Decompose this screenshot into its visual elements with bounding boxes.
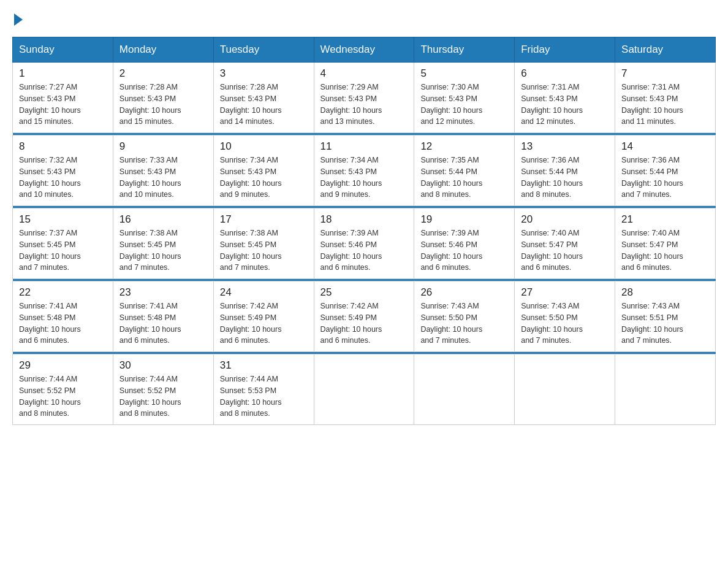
day-number: 20 bbox=[521, 213, 609, 226]
day-number: 16 bbox=[119, 213, 207, 226]
day-info: Sunrise: 7:36 AMSunset: 5:44 PMDaylight:… bbox=[621, 155, 709, 201]
calendar-cell: 4Sunrise: 7:29 AMSunset: 5:43 PMDaylight… bbox=[314, 63, 414, 133]
calendar-cell: 22Sunrise: 7:41 AMSunset: 5:48 PMDayligh… bbox=[13, 282, 113, 352]
weekday-header-wednesday: Wednesday bbox=[314, 37, 414, 63]
calendar-cell: 9Sunrise: 7:33 AMSunset: 5:43 PMDaylight… bbox=[113, 136, 213, 206]
day-info: Sunrise: 7:32 AMSunset: 5:43 PMDaylight:… bbox=[19, 155, 107, 201]
calendar-cell: 5Sunrise: 7:30 AMSunset: 5:43 PMDaylight… bbox=[414, 63, 515, 133]
day-info: Sunrise: 7:38 AMSunset: 5:45 PMDaylight:… bbox=[220, 228, 308, 274]
day-number: 23 bbox=[119, 286, 207, 299]
day-info: Sunrise: 7:38 AMSunset: 5:45 PMDaylight:… bbox=[119, 228, 207, 274]
calendar-cell: 16Sunrise: 7:38 AMSunset: 5:45 PMDayligh… bbox=[113, 209, 213, 279]
calendar-cell bbox=[515, 354, 615, 425]
day-number: 29 bbox=[19, 359, 107, 372]
day-info: Sunrise: 7:40 AMSunset: 5:47 PMDaylight:… bbox=[621, 228, 709, 274]
day-number: 2 bbox=[119, 67, 207, 80]
day-number: 21 bbox=[621, 213, 709, 226]
day-info: Sunrise: 7:33 AMSunset: 5:43 PMDaylight:… bbox=[119, 155, 207, 201]
day-number: 10 bbox=[220, 140, 308, 153]
day-info: Sunrise: 7:44 AMSunset: 5:52 PMDaylight:… bbox=[119, 373, 207, 419]
calendar-cell bbox=[314, 354, 414, 425]
day-info: Sunrise: 7:40 AMSunset: 5:47 PMDaylight:… bbox=[521, 228, 609, 274]
day-info: Sunrise: 7:39 AMSunset: 5:46 PMDaylight:… bbox=[420, 228, 508, 274]
calendar-cell: 31Sunrise: 7:44 AMSunset: 5:53 PMDayligh… bbox=[213, 354, 314, 425]
calendar-cell: 19Sunrise: 7:39 AMSunset: 5:46 PMDayligh… bbox=[414, 209, 515, 279]
day-number: 9 bbox=[119, 140, 207, 153]
day-number: 5 bbox=[420, 67, 508, 80]
day-number: 6 bbox=[521, 67, 609, 80]
calendar-cell: 30Sunrise: 7:44 AMSunset: 5:52 PMDayligh… bbox=[113, 354, 213, 425]
day-info: Sunrise: 7:44 AMSunset: 5:52 PMDaylight:… bbox=[19, 373, 107, 419]
day-info: Sunrise: 7:35 AMSunset: 5:44 PMDaylight:… bbox=[420, 155, 508, 201]
day-number: 14 bbox=[621, 140, 709, 153]
calendar-cell: 29Sunrise: 7:44 AMSunset: 5:52 PMDayligh… bbox=[13, 354, 113, 425]
calendar-cell: 15Sunrise: 7:37 AMSunset: 5:45 PMDayligh… bbox=[13, 209, 113, 279]
logo-arrow-icon bbox=[14, 13, 23, 26]
day-number: 27 bbox=[521, 286, 609, 299]
calendar-cell: 1Sunrise: 7:27 AMSunset: 5:43 PMDaylight… bbox=[13, 63, 113, 133]
calendar-cell: 28Sunrise: 7:43 AMSunset: 5:51 PMDayligh… bbox=[615, 282, 716, 352]
calendar-cell: 24Sunrise: 7:42 AMSunset: 5:49 PMDayligh… bbox=[213, 282, 314, 352]
calendar-cell: 13Sunrise: 7:36 AMSunset: 5:44 PMDayligh… bbox=[515, 136, 615, 206]
calendar-week-row-4: 22Sunrise: 7:41 AMSunset: 5:48 PMDayligh… bbox=[13, 282, 716, 352]
day-number: 11 bbox=[320, 140, 408, 153]
day-info: Sunrise: 7:43 AMSunset: 5:51 PMDaylight:… bbox=[621, 301, 709, 347]
day-number: 7 bbox=[621, 67, 709, 80]
calendar-table: SundayMondayTuesdayWednesdayThursdayFrid… bbox=[12, 37, 716, 425]
day-info: Sunrise: 7:36 AMSunset: 5:44 PMDaylight:… bbox=[521, 155, 609, 201]
day-info: Sunrise: 7:28 AMSunset: 5:43 PMDaylight:… bbox=[119, 82, 207, 128]
calendar-cell: 2Sunrise: 7:28 AMSunset: 5:43 PMDaylight… bbox=[113, 63, 213, 133]
day-number: 24 bbox=[220, 286, 308, 299]
day-info: Sunrise: 7:34 AMSunset: 5:43 PMDaylight:… bbox=[320, 155, 408, 201]
calendar-cell: 18Sunrise: 7:39 AMSunset: 5:46 PMDayligh… bbox=[314, 209, 414, 279]
calendar-cell: 12Sunrise: 7:35 AMSunset: 5:44 PMDayligh… bbox=[414, 136, 515, 206]
day-info: Sunrise: 7:31 AMSunset: 5:43 PMDaylight:… bbox=[621, 82, 709, 128]
calendar-cell: 6Sunrise: 7:31 AMSunset: 5:43 PMDaylight… bbox=[515, 63, 615, 133]
day-info: Sunrise: 7:41 AMSunset: 5:48 PMDaylight:… bbox=[19, 301, 107, 347]
calendar-week-row-1: 1Sunrise: 7:27 AMSunset: 5:43 PMDaylight… bbox=[13, 63, 716, 133]
day-info: Sunrise: 7:42 AMSunset: 5:49 PMDaylight:… bbox=[220, 301, 308, 347]
day-number: 1 bbox=[19, 67, 107, 80]
calendar-cell: 10Sunrise: 7:34 AMSunset: 5:43 PMDayligh… bbox=[213, 136, 314, 206]
calendar-cell: 3Sunrise: 7:28 AMSunset: 5:43 PMDaylight… bbox=[213, 63, 314, 133]
day-number: 18 bbox=[320, 213, 408, 226]
day-number: 30 bbox=[119, 359, 207, 372]
calendar-cell: 14Sunrise: 7:36 AMSunset: 5:44 PMDayligh… bbox=[615, 136, 716, 206]
day-info: Sunrise: 7:44 AMSunset: 5:53 PMDaylight:… bbox=[220, 373, 308, 419]
day-number: 4 bbox=[320, 67, 408, 80]
calendar-cell: 17Sunrise: 7:38 AMSunset: 5:45 PMDayligh… bbox=[213, 209, 314, 279]
calendar-week-row-2: 8Sunrise: 7:32 AMSunset: 5:43 PMDaylight… bbox=[13, 136, 716, 206]
day-number: 28 bbox=[621, 286, 709, 299]
day-number: 3 bbox=[220, 67, 308, 80]
weekday-header-friday: Friday bbox=[515, 37, 615, 63]
day-info: Sunrise: 7:27 AMSunset: 5:43 PMDaylight:… bbox=[19, 82, 107, 128]
day-info: Sunrise: 7:43 AMSunset: 5:50 PMDaylight:… bbox=[521, 301, 609, 347]
calendar-cell: 26Sunrise: 7:43 AMSunset: 5:50 PMDayligh… bbox=[414, 282, 515, 352]
calendar-cell: 8Sunrise: 7:32 AMSunset: 5:43 PMDaylight… bbox=[13, 136, 113, 206]
day-number: 15 bbox=[19, 213, 107, 226]
day-info: Sunrise: 7:30 AMSunset: 5:43 PMDaylight:… bbox=[420, 82, 508, 128]
calendar-cell bbox=[414, 354, 515, 425]
calendar-week-row-3: 15Sunrise: 7:37 AMSunset: 5:45 PMDayligh… bbox=[13, 209, 716, 279]
calendar-cell: 21Sunrise: 7:40 AMSunset: 5:47 PMDayligh… bbox=[615, 209, 716, 279]
day-number: 13 bbox=[521, 140, 609, 153]
calendar-cell bbox=[615, 354, 716, 425]
day-info: Sunrise: 7:43 AMSunset: 5:50 PMDaylight:… bbox=[420, 301, 508, 347]
calendar-cell: 23Sunrise: 7:41 AMSunset: 5:48 PMDayligh… bbox=[113, 282, 213, 352]
day-info: Sunrise: 7:37 AMSunset: 5:45 PMDaylight:… bbox=[19, 228, 107, 274]
day-info: Sunrise: 7:42 AMSunset: 5:49 PMDaylight:… bbox=[320, 301, 408, 347]
day-number: 31 bbox=[220, 359, 308, 372]
day-info: Sunrise: 7:29 AMSunset: 5:43 PMDaylight:… bbox=[320, 82, 408, 128]
day-number: 8 bbox=[19, 140, 107, 153]
calendar-week-row-5: 29Sunrise: 7:44 AMSunset: 5:52 PMDayligh… bbox=[13, 354, 716, 425]
day-info: Sunrise: 7:31 AMSunset: 5:43 PMDaylight:… bbox=[521, 82, 609, 128]
weekday-header-tuesday: Tuesday bbox=[213, 37, 314, 63]
day-number: 25 bbox=[320, 286, 408, 299]
calendar-cell: 11Sunrise: 7:34 AMSunset: 5:43 PMDayligh… bbox=[314, 136, 414, 206]
day-number: 17 bbox=[220, 213, 308, 226]
calendar-cell: 7Sunrise: 7:31 AMSunset: 5:43 PMDaylight… bbox=[615, 63, 716, 133]
weekday-header-row: SundayMondayTuesdayWednesdayThursdayFrid… bbox=[13, 37, 716, 63]
day-info: Sunrise: 7:28 AMSunset: 5:43 PMDaylight:… bbox=[220, 82, 308, 128]
calendar-cell: 25Sunrise: 7:42 AMSunset: 5:49 PMDayligh… bbox=[314, 282, 414, 352]
day-number: 26 bbox=[420, 286, 508, 299]
